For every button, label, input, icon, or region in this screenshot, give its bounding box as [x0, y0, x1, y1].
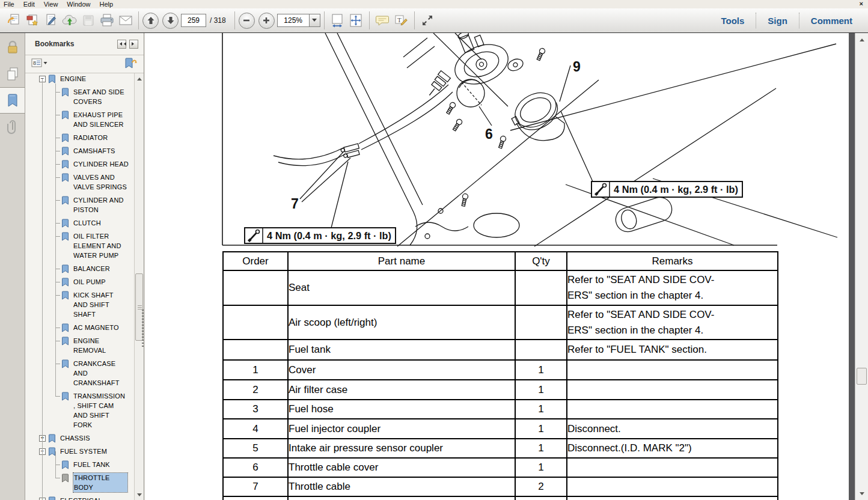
torque-note: 4 Nm (0.4 m · kg, 2.9 ft · lb): [267, 231, 391, 241]
exploded-diagram: 7 6 9 4 Nm (0.4 m · kg, 2.9 ft · lb) 4 N…: [145, 33, 849, 251]
create-pdf-icon[interactable]: [23, 11, 41, 31]
tree-connector: [55, 223, 60, 224]
remarks-cell: [567, 400, 778, 419]
toolbar-separator: [324, 11, 325, 29]
part-callout-6: 6: [485, 126, 493, 142]
order-cell: 7: [223, 477, 288, 496]
qty-cell: [515, 305, 567, 340]
lock-icon[interactable]: [0, 34, 25, 61]
menu-help[interactable]: Help: [99, 1, 113, 8]
page-thumbnails-icon[interactable]: [0, 61, 25, 87]
remarks-cell: Refer to "SEAT AND SIDE COV- ERS" sectio…: [567, 270, 778, 305]
tree-connector: [55, 200, 60, 201]
remarks-cell: [567, 458, 778, 477]
bookmark-icon: [61, 173, 69, 182]
attachments-icon[interactable]: [0, 114, 25, 140]
bookmark-label: VALVES AND VALVE SPRINGS: [73, 172, 127, 192]
pdf-page: 7 6 9 4 Nm (0.4 m · kg, 2.9 ft · lb) 4 N…: [145, 33, 849, 500]
scroll-down-icon[interactable]: [855, 490, 868, 499]
bookmark-label: FUEL TANK: [73, 460, 110, 469]
fit-width-icon[interactable]: [328, 11, 347, 31]
sign-and-fill-icon[interactable]: [41, 11, 60, 31]
acrobat-window: FileEditViewWindowHelp × / 318 125% T To…: [0, 0, 868, 500]
svg-text:T: T: [397, 16, 402, 23]
print-icon[interactable]: [97, 11, 116, 31]
zoom-dropdown-caret[interactable]: [310, 14, 320, 27]
remarks-cell: Refer to "SEAT AND SIDE COV- ERS" sectio…: [567, 305, 778, 340]
fit-page-icon[interactable]: [347, 11, 365, 31]
bookmark-label: ENGINE: [60, 74, 86, 84]
document-scrollbar[interactable]: [855, 33, 868, 500]
panel-menu-icon[interactable]: [129, 40, 138, 49]
scroll-up-icon[interactable]: [135, 73, 144, 82]
upload-to-cloud-icon[interactable]: [60, 11, 79, 31]
expand-current-bookmark-icon[interactable]: [124, 57, 138, 72]
qty-cell: 1: [515, 458, 567, 477]
part-name-cell: Fuel injector coupler: [288, 419, 515, 439]
bookmark-label: CHASSIS: [60, 433, 90, 443]
close-window-button[interactable]: ×: [860, 0, 863, 8]
fullscreen-icon[interactable]: [418, 11, 437, 31]
tree-connector: [55, 151, 60, 151]
bookmark-icon: [61, 278, 69, 287]
tree-connector: [55, 465, 60, 465]
previous-page-icon[interactable]: [142, 13, 159, 29]
scroll-up-icon[interactable]: [855, 34, 868, 43]
menu-file[interactable]: File: [4, 1, 14, 8]
tree-connector: [55, 364, 60, 364]
qty-cell: 1: [515, 400, 567, 419]
bookmark-label: EXHAUST PIPE AND SILENCER: [73, 110, 124, 129]
part-name-cell: [288, 496, 515, 500]
remarks-cell: Disconnect.: [567, 419, 778, 439]
column-header: Part name: [288, 252, 515, 270]
order-cell: 1: [223, 360, 288, 380]
table-header-row: OrderPart nameQ'tyRemarks: [223, 252, 778, 270]
bookmarks-panel: Bookmarks 8 −ENGINESEAT AND SIDE COVERSE…: [25, 33, 144, 500]
torque-callout-box: 4 Nm (0.4 m · kg, 2.9 ft · lb): [591, 181, 742, 197]
comment-bubble-icon[interactable]: [373, 11, 392, 31]
part-name-cell: Air filter case: [288, 380, 515, 400]
collapse-panel-icon[interactable]: [117, 40, 126, 49]
zoom-out-icon[interactable]: [239, 13, 255, 29]
open-icon[interactable]: [4, 11, 23, 31]
bookmark-icon: [61, 264, 69, 273]
tree-connector: [55, 396, 60, 397]
bookmark-icon: [61, 160, 69, 169]
menu-items: FileEditViewWindowHelp: [4, 1, 122, 8]
sidebar-scrollbar[interactable]: [134, 73, 144, 500]
menu-edit[interactable]: Edit: [23, 1, 35, 8]
bookmark-icon: [61, 147, 69, 156]
tree-connector: [55, 282, 60, 282]
next-page-icon[interactable]: [162, 13, 179, 29]
table-row: 7Throttle cable2: [223, 477, 778, 496]
save-icon[interactable]: [79, 11, 97, 31]
bookmark-icon: [61, 474, 69, 483]
menu-window[interactable]: Window: [67, 1, 90, 8]
qty-cell: [515, 340, 567, 360]
text-annotation-icon[interactable]: T: [392, 11, 411, 31]
column-header: Order: [223, 252, 288, 270]
bookmark-icon: [61, 291, 69, 300]
tree-connector: [55, 92, 60, 93]
bookmarks-panel-icon[interactable]: [0, 87, 25, 114]
table-row: Fuel tankRefer to "FUEL TANK" section.: [223, 340, 778, 360]
document-area: 7 6 9 4 Nm (0.4 m · kg, 2.9 ft · lb) 4 N…: [145, 33, 868, 500]
sign-button[interactable]: Sign: [756, 16, 799, 26]
order-cell: 5: [223, 439, 288, 458]
remarks-cell: [567, 477, 778, 496]
email-icon[interactable]: [116, 11, 135, 31]
zoom-level-value[interactable]: 125%: [277, 14, 310, 27]
tree-connector: [55, 295, 60, 296]
menu-view[interactable]: View: [44, 1, 58, 8]
bookmark-icon: [48, 434, 56, 443]
scroll-down-icon[interactable]: [135, 492, 144, 500]
comment-button[interactable]: Comment: [799, 16, 864, 26]
panel-resize-grip[interactable]: [142, 309, 144, 348]
remarks-cell: [567, 360, 778, 380]
document-scrollbar-thumb[interactable]: [857, 368, 867, 385]
tools-button[interactable]: Tools: [709, 16, 756, 26]
page-number-input[interactable]: [181, 14, 206, 27]
zoom-in-icon[interactable]: [258, 13, 275, 29]
options-list-icon[interactable]: 8: [31, 58, 48, 70]
bookmark-icon: [61, 133, 69, 142]
